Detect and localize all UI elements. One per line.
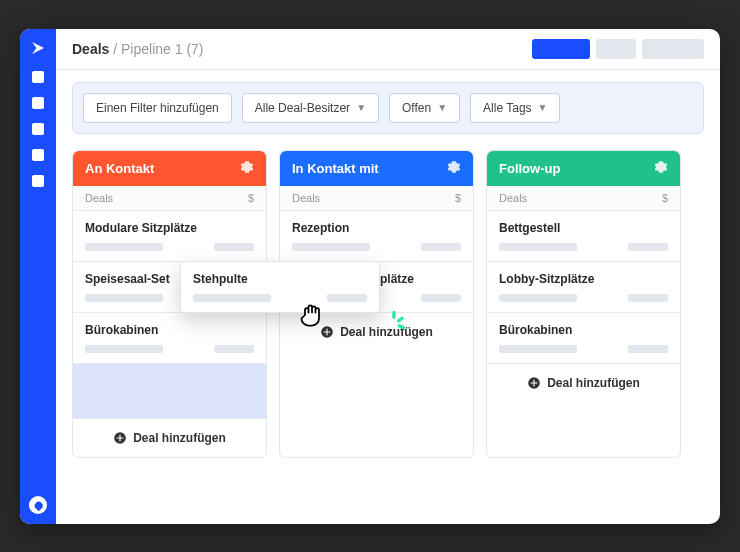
dragging-card[interactable]: Stehpulte	[180, 261, 380, 313]
card-title: Rezeption	[292, 221, 461, 235]
breadcrumb-path: / Pipeline 1 (7)	[109, 41, 203, 57]
gear-icon[interactable]	[654, 160, 668, 177]
filter-tags-dropdown[interactable]: Alle Tags ▼	[470, 93, 560, 123]
gear-icon[interactable]	[447, 160, 461, 177]
filter-label: Einen Filter hinzufügen	[96, 101, 219, 115]
placeholder-bar	[193, 294, 271, 302]
deal-card[interactable]: Bürokabinen	[487, 313, 680, 364]
app-logo-icon[interactable]	[29, 39, 47, 57]
chevron-down-icon: ▼	[538, 102, 548, 113]
column-header[interactable]: In Kontakt mit	[280, 151, 473, 186]
add-deal-button[interactable]: Deal hinzufügen	[487, 364, 680, 402]
sidebar-nav-item[interactable]	[32, 97, 44, 109]
add-deal-button[interactable]: Deal hinzufügen	[73, 419, 266, 457]
drop-zone[interactable]	[73, 364, 266, 419]
column-meta: Deals$	[73, 186, 266, 211]
gear-icon[interactable]	[240, 160, 254, 177]
column-title: Follow-up	[499, 161, 560, 176]
money-label: $	[662, 192, 668, 204]
placeholder-bar	[85, 294, 163, 302]
placeholder-bar	[499, 345, 577, 353]
deal-card[interactable]: Rezeption	[280, 211, 473, 262]
breadcrumb-root[interactable]: Deals	[72, 41, 109, 57]
column-meta: Deals$	[487, 186, 680, 211]
sidebar-nav-item[interactable]	[32, 123, 44, 135]
secondary-action-button[interactable]	[596, 39, 636, 59]
placeholder-bar	[421, 294, 461, 302]
sidebar-nav-item[interactable]	[32, 71, 44, 83]
sidebar	[20, 29, 56, 524]
placeholder-bar	[628, 294, 668, 302]
column-title: In Kontakt mit	[292, 161, 379, 176]
secondary-action-button[interactable]	[642, 39, 704, 59]
filter-status-dropdown[interactable]: Offen ▼	[389, 93, 460, 123]
card-title: Bettgestell	[499, 221, 668, 235]
loading-spinner-icon	[380, 309, 408, 337]
placeholder-bar	[628, 243, 668, 251]
column-header[interactable]: Follow-up	[487, 151, 680, 186]
deal-card[interactable]: Modulare Sitzplätze	[73, 211, 266, 262]
card-title: Bürokabinen	[85, 323, 254, 337]
kanban-board: An KontaktDeals$Modulare SitzplätzeSpeis…	[56, 134, 720, 474]
main-panel: Deals / Pipeline 1 (7) Einen Filter hinz…	[56, 29, 720, 524]
sidebar-nav-item[interactable]	[32, 149, 44, 161]
card-title: Modulare Sitzplätze	[85, 221, 254, 235]
breadcrumb: Deals / Pipeline 1 (7)	[72, 41, 204, 57]
column-meta: Deals$	[280, 186, 473, 211]
add-deal-label: Deal hinzufügen	[547, 376, 640, 390]
add-filter-button[interactable]: Einen Filter hinzufügen	[83, 93, 232, 123]
money-label: $	[455, 192, 461, 204]
placeholder-bar	[499, 243, 577, 251]
placeholder-bar	[214, 243, 254, 251]
card-title: Bürokabinen	[499, 323, 668, 337]
column-header[interactable]: An Kontakt	[73, 151, 266, 186]
column-title: An Kontakt	[85, 161, 154, 176]
placeholder-bar	[628, 345, 668, 353]
sidebar-nav-item[interactable]	[32, 175, 44, 187]
placeholder-bar	[292, 243, 370, 251]
chevron-down-icon: ▼	[437, 102, 447, 113]
deals-label: Deals	[499, 192, 527, 204]
placeholder-bar	[421, 243, 461, 251]
topbar-actions	[532, 39, 704, 59]
deal-card[interactable]: Bürokabinen	[73, 313, 266, 364]
placeholder-bar	[85, 345, 163, 353]
filter-label: Offen	[402, 101, 431, 115]
add-deal-label: Deal hinzufügen	[133, 431, 226, 445]
deal-card[interactable]: Lobby-Sitzplätze	[487, 262, 680, 313]
placeholder-bar	[85, 243, 163, 251]
filter-owner-dropdown[interactable]: Alle Deal-Besitzer ▼	[242, 93, 379, 123]
deal-card[interactable]: Bettgestell	[487, 211, 680, 262]
placeholder-bar	[327, 294, 367, 302]
deals-label: Deals	[85, 192, 113, 204]
user-avatar-icon[interactable]	[29, 496, 47, 514]
topbar: Deals / Pipeline 1 (7)	[56, 29, 720, 70]
app-shell: Deals / Pipeline 1 (7) Einen Filter hinz…	[20, 29, 720, 524]
filter-label: Alle Tags	[483, 101, 531, 115]
grab-cursor-icon	[298, 301, 326, 329]
card-title: Stehpulte	[193, 272, 367, 286]
deals-label: Deals	[292, 192, 320, 204]
filter-label: Alle Deal-Besitzer	[255, 101, 350, 115]
chevron-down-icon: ▼	[356, 102, 366, 113]
placeholder-bar	[499, 294, 577, 302]
kanban-column: Follow-upDeals$BettgestellLobby-Sitzplät…	[486, 150, 681, 458]
placeholder-bar	[214, 345, 254, 353]
primary-action-button[interactable]	[532, 39, 590, 59]
filter-bar: Einen Filter hinzufügen Alle Deal-Besitz…	[72, 82, 704, 134]
money-label: $	[248, 192, 254, 204]
card-title: Lobby-Sitzplätze	[499, 272, 668, 286]
